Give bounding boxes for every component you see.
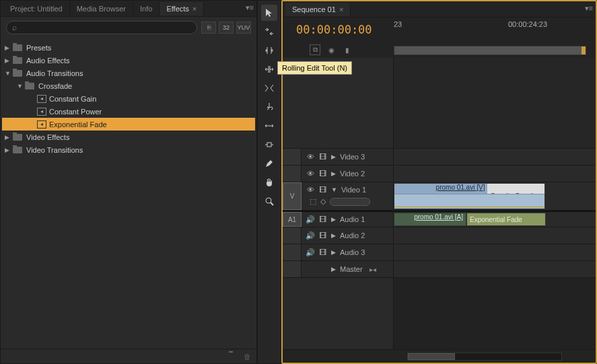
chevron-right-icon[interactable]: ▶ bbox=[5, 44, 13, 51]
clip-video1[interactable]: promo 01.avi [V] Opacity:Opacity bbox=[394, 183, 545, 209]
folder-icon bbox=[13, 146, 24, 154]
track-lane-video3[interactable] bbox=[394, 149, 596, 166]
keyframe-toggle-icon[interactable]: ⬚ bbox=[310, 197, 316, 206]
track-header-video3[interactable]: 👁🎞▶Video 3 bbox=[283, 149, 393, 166]
tree-item-constant-power[interactable]: ◂Constant Power bbox=[2, 105, 255, 118]
razor-tool[interactable] bbox=[261, 99, 277, 115]
folder-icon bbox=[13, 57, 24, 65]
pen-tool[interactable] bbox=[261, 155, 277, 172]
eye-icon[interactable]: 👁 bbox=[306, 152, 315, 161]
effects-panel: Project: Untitled Media Browser Info Eff… bbox=[0, 0, 257, 364]
marker-button[interactable]: ◉ bbox=[326, 44, 337, 55]
zoom-scrollbar[interactable] bbox=[407, 353, 562, 361]
timeline-footer bbox=[283, 349, 596, 363]
lock-icon[interactable]: 🎞 bbox=[319, 248, 327, 256]
tree-item-constant-gain[interactable]: ◂Constant Gain bbox=[2, 92, 255, 105]
close-icon[interactable]: × bbox=[337, 5, 343, 13]
speaker-icon[interactable]: 🔊 bbox=[306, 215, 315, 224]
panel-menu-icon[interactable]: ▾≡ bbox=[585, 4, 593, 13]
tab-effects[interactable]: Effects × bbox=[160, 2, 204, 15]
snap-button[interactable]: ⧉ bbox=[310, 44, 320, 55]
chevron-right-icon[interactable]: ▶ bbox=[5, 147, 13, 153]
track-lane-master[interactable] bbox=[394, 261, 596, 278]
tree-item-video-effects[interactable]: ▶Video Effects bbox=[2, 131, 255, 143]
ripple-edit-tool[interactable] bbox=[261, 42, 277, 59]
lock-icon[interactable]: 🎞 bbox=[319, 231, 327, 240]
fx-yuv-button[interactable]: YUV bbox=[236, 22, 251, 34]
work-area-handle[interactable] bbox=[582, 46, 586, 54]
chevron-right-icon[interactable]: ▶ bbox=[331, 153, 336, 160]
chevron-right-icon[interactable]: ▶ bbox=[331, 266, 336, 272]
lock-icon[interactable]: 🎞 bbox=[319, 153, 327, 161]
settings-button[interactable]: ▮ bbox=[342, 44, 353, 55]
search-box[interactable]: ⌕ bbox=[6, 21, 197, 34]
track-header-master[interactable]: ▶Master▸◂ bbox=[283, 261, 393, 278]
tab-sequence[interactable]: Sequence 01 × bbox=[285, 3, 351, 16]
scroll-thumb[interactable] bbox=[408, 353, 455, 360]
new-bin-icon[interactable] bbox=[229, 353, 238, 361]
chevron-right-icon[interactable]: ▶ bbox=[331, 216, 336, 223]
track-select-tool[interactable] bbox=[261, 24, 277, 40]
lock-icon[interactable]: 🎞 bbox=[319, 186, 327, 194]
chevron-down-icon[interactable]: ▼ bbox=[5, 70, 13, 77]
rolling-edit-tool[interactable]: Rolling Edit Tool (N) bbox=[261, 61, 277, 77]
track-target-v[interactable]: V bbox=[283, 182, 302, 210]
chevron-right-icon[interactable]: ▶ bbox=[331, 170, 336, 177]
clip-audio1[interactable]: promo 01.avi [A] bbox=[394, 213, 466, 226]
panel-menu-icon[interactable]: ▾≡ bbox=[246, 3, 254, 12]
eye-icon[interactable]: 👁 bbox=[306, 185, 315, 194]
current-timecode[interactable]: 00:00:00:00 bbox=[296, 23, 394, 36]
chevron-down-icon[interactable]: ▼ bbox=[17, 83, 25, 89]
delete-icon[interactable]: 🗑 bbox=[244, 353, 251, 361]
track-header-video1[interactable]: V 👁🎞▼Video 1 ⬚◇ bbox=[283, 182, 393, 211]
track-lane-video1[interactable]: promo 01.avi [V] Opacity:Opacity bbox=[394, 182, 596, 211]
search-input[interactable] bbox=[20, 24, 191, 32]
track-lane-video2[interactable] bbox=[394, 166, 596, 182]
tree-item-crossfade[interactable]: ▼Crossfade bbox=[2, 79, 255, 92]
chevron-down-icon[interactable]: ▼ bbox=[331, 186, 337, 193]
chevron-right-icon[interactable]: ▶ bbox=[331, 232, 336, 239]
close-icon[interactable]: × bbox=[190, 5, 197, 13]
tree-item-exponential-fade[interactable]: ◂Exponential Fade bbox=[2, 118, 255, 131]
tab-info[interactable]: Info bbox=[133, 2, 160, 15]
chevron-right-icon[interactable]: ▶ bbox=[5, 134, 13, 141]
work-area-bar[interactable] bbox=[394, 46, 586, 55]
fx-32bit-button[interactable]: 32 bbox=[219, 22, 234, 34]
track-header-audio1[interactable]: A1 🔊🎞▶Audio 1 bbox=[283, 211, 393, 227]
tree-item-audio-effects[interactable]: ▶Audio Effects bbox=[2, 54, 255, 67]
zoom-tool[interactable] bbox=[261, 193, 277, 209]
track-lane-audio1[interactable]: promo 01.avi [A] Exponential Fade bbox=[394, 211, 596, 227]
rate-stretch-tool[interactable] bbox=[261, 80, 277, 96]
lock-icon[interactable]: 🎞 bbox=[319, 215, 327, 223]
track-lane-audio3[interactable] bbox=[394, 244, 596, 261]
keyframe-navigator[interactable] bbox=[330, 198, 370, 206]
track-header-video2[interactable]: 👁🎞▶Video 2 bbox=[283, 166, 393, 182]
timeline-panel: Sequence 01 × ▾≡ 00:00:00:00 ⧉ ◉ ▮ 23 00… bbox=[281, 0, 597, 364]
hand-tool[interactable] bbox=[261, 174, 277, 190]
lock-icon[interactable]: 🎞 bbox=[319, 170, 327, 178]
keyframe-diamond-icon[interactable]: ◇ bbox=[320, 197, 326, 206]
track-content[interactable]: promo 01.avi [V] Opacity:Opacity promo 0… bbox=[394, 58, 596, 349]
tab-media-browser[interactable]: Media Browser bbox=[70, 2, 133, 15]
tree-item-video-transitions[interactable]: ▶Video Transitions bbox=[2, 143, 255, 156]
chevron-right-icon[interactable]: ▶ bbox=[331, 249, 336, 256]
slip-tool[interactable] bbox=[261, 118, 277, 134]
time-ruler[interactable]: 23 00:00:24:23 bbox=[394, 20, 596, 32]
ruler-tick: 00:00:24:23 bbox=[508, 20, 547, 28]
selection-tool[interactable] bbox=[261, 5, 277, 21]
fx-accelerated-button[interactable]: ⎘ bbox=[201, 22, 216, 34]
tab-project[interactable]: Project: Untitled bbox=[3, 2, 70, 15]
tree-item-audio-transitions[interactable]: ▼Audio Transitions bbox=[2, 67, 255, 79]
eye-icon[interactable]: 👁 bbox=[306, 169, 315, 178]
slide-tool[interactable] bbox=[261, 137, 277, 153]
track-lane-audio2[interactable] bbox=[394, 227, 596, 244]
track-header-audio3[interactable]: 🔊🎞▶Audio 3 bbox=[283, 244, 393, 261]
clip-transition[interactable]: Exponential Fade bbox=[466, 213, 546, 226]
track-target-a1[interactable]: A1 bbox=[283, 212, 302, 227]
track-header-audio2[interactable]: 🔊🎞▶Audio 2 bbox=[283, 227, 393, 244]
speaker-icon[interactable]: 🔊 bbox=[306, 248, 315, 257]
chevron-right-icon[interactable]: ▶ bbox=[5, 57, 13, 64]
tree-item-presets[interactable]: ▶Presets bbox=[2, 41, 255, 54]
sync-icon[interactable]: ▸◂ bbox=[370, 266, 379, 273]
speaker-icon[interactable]: 🔊 bbox=[306, 231, 315, 240]
